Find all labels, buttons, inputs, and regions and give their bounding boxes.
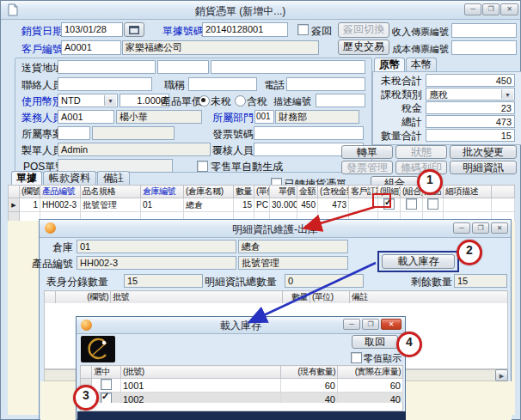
col-spec[interactable]: 品名規格 bbox=[81, 186, 141, 198]
currency-select[interactable]: NTD ▼ bbox=[58, 94, 118, 107]
retrieve-button[interactable]: 取回 bbox=[352, 335, 398, 349]
zero-display-checkbox[interactable] bbox=[351, 352, 362, 363]
tax-type-select[interactable]: 應稅 ▼ bbox=[426, 88, 515, 100]
load-dialog-titlebar[interactable]: 載入庫存 ─ ❐ ✕ bbox=[77, 317, 405, 334]
detail-dialog-titlebar[interactable]: 明細資訊維護-出庫 ─ ❐ ✕ bbox=[40, 220, 511, 238]
untaxed-label: 未稅合計 bbox=[376, 75, 422, 87]
project-code-input[interactable] bbox=[58, 126, 90, 140]
col-unit[interactable]: (單位) bbox=[310, 291, 350, 304]
customer-label: 客戶編號 bbox=[21, 43, 63, 55]
tab-local-currency[interactable]: 本幣 bbox=[406, 58, 437, 72]
project-label: 所屬專案 bbox=[21, 128, 63, 140]
minimize-button[interactable]: ─ bbox=[343, 319, 360, 330]
minimize-button[interactable]: ─ bbox=[453, 222, 470, 234]
salesman-name-field: 楊小華 bbox=[116, 110, 202, 124]
maximize-button[interactable]: ❐ bbox=[362, 319, 379, 330]
col-selected[interactable]: 選中 bbox=[92, 366, 121, 379]
price-incl-tax-radio[interactable] bbox=[235, 95, 246, 107]
detail-info-button[interactable]: 明細資訊 bbox=[450, 161, 517, 174]
col-line-no[interactable]: (欄號) bbox=[20, 186, 40, 198]
pos-auto-label: 零售單自動生成 bbox=[211, 161, 283, 173]
ship-addr-input-3[interactable] bbox=[211, 60, 365, 74]
col-amount-tax[interactable]: (含稅金額) bbox=[318, 186, 349, 198]
grid-corner bbox=[45, 291, 56, 304]
tab-original-currency[interactable]: 原幣 bbox=[374, 58, 405, 72]
main-titlebar[interactable]: 銷貨憑單 (新增中...) ─ ❐ ✕ bbox=[1, 1, 520, 20]
ship-addr-input-2[interactable] bbox=[157, 60, 209, 74]
col-item-desc[interactable]: 細項描述 bbox=[444, 186, 492, 198]
remain-qty-field: 15 bbox=[454, 274, 507, 288]
customer-code-input[interactable]: A0001 bbox=[61, 40, 121, 55]
col-remark[interactable]: 備註 bbox=[350, 291, 508, 304]
contact-input[interactable] bbox=[58, 77, 152, 91]
dept-code-input[interactable]: 001 bbox=[254, 110, 274, 124]
col-batch-no[interactable]: (批號) bbox=[121, 366, 281, 379]
phone-input[interactable] bbox=[286, 77, 365, 91]
screen: 銷貨憑單 (新增中...) ─ ❐ ✕ 銷貨日期 103/01/28 單據號碼 … bbox=[0, 0, 521, 420]
col-qty[interactable]: 數量 bbox=[283, 291, 310, 304]
tab-document[interactable]: 單據 bbox=[11, 171, 42, 185]
income-voucher-input[interactable] bbox=[451, 23, 517, 38]
detail-checkbox-highlight-box bbox=[372, 193, 391, 208]
batch-select-checkbox[interactable] bbox=[101, 379, 112, 390]
col-on-hand[interactable]: (現有數量) bbox=[281, 366, 338, 379]
pos-auto-checkbox[interactable] bbox=[197, 161, 208, 172]
col-in-stock[interactable]: (實際在庫量) bbox=[338, 366, 403, 379]
col-unit[interactable]: (單位) bbox=[254, 186, 270, 198]
minimize-button[interactable]: ─ bbox=[464, 3, 481, 15]
salesman-code-input[interactable]: A001 bbox=[58, 110, 114, 124]
step-2-badge: 2 bbox=[457, 240, 482, 265]
col-batch[interactable]: 批號 bbox=[111, 291, 283, 304]
stock-grid-body[interactable] bbox=[80, 403, 403, 411]
history-button[interactable]: 歷史交易 bbox=[338, 40, 389, 55]
load-stock-highlight-box bbox=[377, 251, 459, 272]
batch-change-button[interactable]: 批次變更 bbox=[450, 145, 517, 159]
col-qty[interactable]: 數量 bbox=[234, 186, 254, 198]
stock-grid[interactable]: 選中 (批號) (現有數量) (實際在庫量) 1001 60 60 1002 4… bbox=[80, 365, 403, 406]
transfer-button[interactable]: 轉單 bbox=[341, 145, 393, 159]
currency-label: 使用幣別 bbox=[21, 95, 63, 107]
price-incl-tax-label: 含稅 bbox=[247, 95, 267, 107]
tax-field: 23 bbox=[426, 101, 515, 114]
cost-voucher-label: 成本傳票編號 bbox=[392, 43, 449, 55]
chevron-down-icon[interactable]: ▼ bbox=[501, 89, 513, 99]
col-warehouse-name[interactable]: (倉庫名稱) bbox=[184, 186, 234, 198]
batch-detail-grid[interactable]: (欄號) 批號 數量 (單位) 備註 bbox=[44, 290, 508, 304]
list-item[interactable]: 1001 60 60 bbox=[81, 379, 403, 393]
sign-back-checkbox[interactable] bbox=[297, 24, 309, 35]
desc-no-input[interactable] bbox=[316, 94, 365, 107]
col-warehouse[interactable]: 倉庫編號 bbox=[141, 186, 184, 198]
maximize-button[interactable]: ❐ bbox=[482, 3, 500, 15]
col-product[interactable]: 產品編號 bbox=[40, 186, 81, 198]
ship-addr-input-1[interactable] bbox=[58, 60, 156, 74]
combo-checkbox[interactable] bbox=[406, 198, 417, 210]
close-button[interactable]: ✕ bbox=[500, 3, 518, 15]
calendar-button[interactable] bbox=[124, 22, 144, 37]
col-price[interactable]: 單價 bbox=[270, 186, 297, 198]
gift-checkbox[interactable] bbox=[427, 198, 438, 210]
table-row[interactable]: ▶ 1 HH002-3 批號管理 01 總倉 15 PC 30.000 450 … bbox=[9, 198, 515, 212]
invoice-no-input[interactable] bbox=[254, 126, 364, 140]
chevron-down-icon[interactable]: ▼ bbox=[104, 95, 116, 106]
close-button[interactable]: ✕ bbox=[491, 222, 508, 234]
step-1-badge: 1 bbox=[417, 169, 443, 195]
tab-payment-data[interactable]: 帳款資料 bbox=[43, 171, 96, 185]
grid-corner bbox=[9, 186, 20, 198]
close-button[interactable]: ✕ bbox=[381, 319, 401, 330]
sale-date-input[interactable]: 103/01/28 bbox=[61, 22, 123, 37]
doc-no-input[interactable]: 20140128001 bbox=[202, 22, 288, 37]
detail-qty-field: 0 bbox=[285, 274, 364, 288]
maximize-button[interactable]: ❐ bbox=[472, 222, 489, 234]
invoice-no-label: 發票號碼 bbox=[212, 128, 254, 140]
scroll-right-button[interactable]: ▶ bbox=[495, 369, 508, 381]
zero-display-label: 零值顯示 bbox=[364, 352, 401, 364]
col-line-no[interactable]: (欄號) bbox=[56, 291, 111, 304]
job-title-input[interactable] bbox=[188, 77, 257, 91]
price-excl-tax-radio[interactable] bbox=[199, 95, 210, 107]
col-amount[interactable]: 金額 bbox=[297, 186, 318, 198]
creator-label: 製單人員 bbox=[21, 144, 63, 156]
cost-voucher-input[interactable] bbox=[451, 40, 517, 55]
tab-remarks[interactable]: 備註 bbox=[97, 171, 130, 185]
warehouse-name-field: 總倉 bbox=[238, 240, 348, 253]
entry-qty-label: 表身分錄數量 bbox=[46, 276, 108, 288]
